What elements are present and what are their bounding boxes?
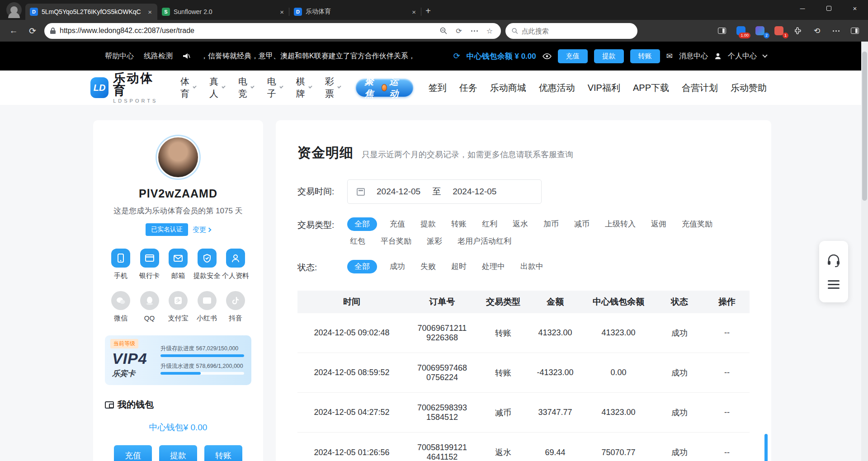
help-center-link[interactable]: 帮助中心 [105,52,134,61]
menu-tasks[interactable]: 任务 [459,82,477,94]
favorites-star-icon[interactable]: ☆ [484,25,495,37]
type-option[interactable]: 返水 [510,217,531,231]
social-wechat[interactable]: 微信 [107,291,135,323]
status-option[interactable]: 处理中 [479,260,508,273]
extensions-puzzle-icon[interactable] [791,24,805,38]
type-option[interactable]: 返佣 [648,217,669,231]
menu-hamburger-icon[interactable] [828,280,840,289]
url-more-icon[interactable] [468,25,480,37]
vip-card[interactable]: 当前等级 VIP4 乐宾卡 升级存款进度 567,029/150,000 升级流… [105,335,251,385]
site-logo[interactable]: LD 乐动体育 LDSPORTS [90,72,160,103]
sidebar-withdraw-button[interactable]: 提款 [159,445,197,461]
close-tab-icon[interactable]: × [279,8,285,16]
nav-slots[interactable]: 电子 [267,75,283,100]
type-option[interactable]: 充值奖励 [679,217,715,231]
type-option[interactable]: 提款 [418,217,439,231]
topbar-withdraw-button[interactable]: 提款 [594,49,624,63]
notifications-icon[interactable]: 1 [772,24,786,38]
new-tab-button[interactable]: + [421,4,435,18]
settings-more-icon[interactable] [829,24,843,38]
avatar[interactable] [158,137,198,177]
minimize-button[interactable]: ─ [789,0,816,16]
collections-icon[interactable] [715,24,729,38]
type-option[interactable]: 平台奖励 [378,235,414,248]
close-tab-icon[interactable]: × [147,8,153,16]
sidebar-toggle-icon[interactable] [848,24,862,38]
nav-esports[interactable]: 电竞 [238,75,254,100]
customer-service-icon[interactable] [827,254,840,267]
status-option[interactable]: 失败 [418,260,439,273]
maximize-button[interactable] [816,0,842,16]
browser-profile-button[interactable] [6,2,22,18]
back-button[interactable]: ← [6,24,21,38]
refresh-button[interactable]: ⟳ [25,24,40,38]
sidebar-transfer-button[interactable]: 转账 [204,445,242,461]
security-email[interactable]: 邮箱 [164,249,192,280]
close-window-button[interactable]: × [842,0,868,16]
date-to[interactable]: 2024-12-05 [453,187,496,197]
type-option[interactable]: 红包 [347,235,368,248]
status-option[interactable]: 成功 [387,260,408,273]
type-option-all[interactable]: 全部 [347,217,377,231]
nav-sports[interactable]: 体育 [180,75,196,100]
type-option[interactable]: 加币 [541,217,561,231]
menu-affiliate[interactable]: 合营计划 [682,82,718,94]
type-option[interactable]: 减币 [571,217,592,231]
social-alipay[interactable]: 支付宝 [164,291,192,323]
history-icon[interactable]: ⟲ [810,24,824,38]
menu-mall[interactable]: 乐动商城 [490,82,526,94]
date-from[interactable]: 2024-12-05 [377,187,420,197]
social-qq[interactable]: QQ [136,291,164,323]
menu-app-download[interactable]: APP下载 [633,82,669,94]
message-center-link[interactable]: 消息中心 [679,52,708,61]
close-tab-icon[interactable]: × [411,8,417,16]
table-scrollbar-thumb[interactable] [764,434,768,461]
tab-2[interactable]: S Sunflower 2.0 × [157,4,289,20]
page-scrollbar-thumb[interactable] [862,52,867,201]
sidebar-deposit-button[interactable]: 充值 [114,445,152,461]
wallet-extension-icon[interactable]: 1.00 [734,24,748,38]
type-option[interactable]: 充值 [387,217,408,231]
line-check-link[interactable]: 线路检测 [144,52,173,61]
personal-center-link[interactable]: 个人中心 [728,52,757,61]
extension-2-icon[interactable]: 2 [753,24,767,38]
tab-1[interactable]: D 5LmQ5Yqo5L2T6IKyfOS5kOWKqC × [25,4,157,20]
date-range-picker[interactable]: 2024-12-05 至 2024-12-05 [347,179,542,204]
wallet-refresh-icon[interactable]: ⟳ [453,51,460,61]
status-option[interactable]: 出款中 [518,260,546,273]
nav-live[interactable]: 真人 [209,75,225,100]
change-link[interactable]: 变更 [193,226,211,234]
social-douyin[interactable]: 抖音 [222,291,250,323]
tab-3[interactable]: D 乐动体育 × [289,4,421,20]
security-phone[interactable]: 手机 [107,249,135,280]
header-menu: 签到 任务 乐动商城 优惠活动 VIP福利 APP下载 合营计划 乐动赞助 [429,82,767,94]
zoom-icon[interactable] [438,25,449,37]
nav-lottery[interactable]: 彩票 [325,75,340,100]
status-option-all[interactable]: 全部 [347,260,377,273]
focus-sports-banner[interactable]: 聚焦运动 [356,79,413,97]
type-option[interactable]: 上级转入 [602,217,638,231]
eye-icon[interactable] [542,53,552,59]
search-input[interactable] [522,27,631,35]
security-profile[interactable]: 个人资料 [222,249,250,280]
type-option[interactable]: 老用户活动红利 [455,235,514,248]
address-bar[interactable]: https://www.ledong842.cc:2087/user/trade… [44,23,501,39]
topbar-deposit-button[interactable]: 充值 [558,49,588,63]
page-scrollbar[interactable] [861,42,868,461]
security-bank-card[interactable]: 银行卡 [136,249,164,280]
menu-checkin[interactable]: 签到 [429,82,447,94]
type-option[interactable]: 转账 [448,217,469,231]
nav-cards[interactable]: 棋牌 [296,75,311,100]
social-xiaohongshu[interactable]: 小红书 [193,291,221,323]
cell-operation: -- [704,408,750,417]
type-option[interactable]: 红利 [479,217,500,231]
status-option[interactable]: 超时 [448,260,469,273]
security-withdraw-safety[interactable]: 提款安全 [193,249,221,280]
topbar-transfer-button[interactable]: 转账 [630,49,660,63]
type-option[interactable]: 派彩 [424,235,445,248]
translate-icon[interactable]: ⟳ [453,25,465,37]
menu-promotions[interactable]: 优惠活动 [539,82,575,94]
menu-sponsorship[interactable]: 乐动赞助 [731,82,767,94]
search-box[interactable] [505,23,637,39]
menu-vip[interactable]: VIP福利 [588,82,620,94]
